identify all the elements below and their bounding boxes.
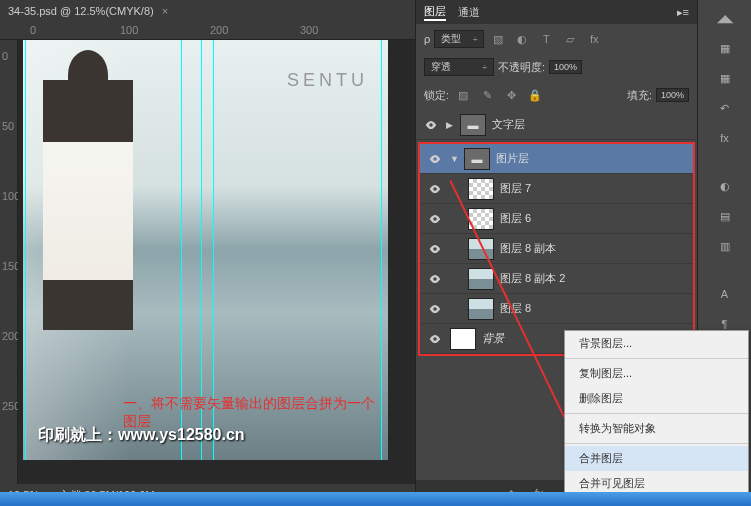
close-icon[interactable]: ×	[162, 5, 168, 17]
swatches-icon[interactable]: ▦	[705, 36, 745, 60]
photo-figure	[43, 80, 133, 330]
layer-thumbnail	[468, 298, 494, 320]
lock-label: 锁定:	[424, 88, 449, 103]
adjust-icon[interactable]: ◐	[705, 174, 745, 198]
layer-thumbnail	[468, 238, 494, 260]
color-icon[interactable]: ◢◣	[705, 6, 745, 30]
opacity-label: 不透明度:	[498, 60, 545, 75]
document-tab[interactable]: 34-35.psd @ 12.5%(CMYK/8) ×	[0, 0, 415, 22]
visibility-eye-icon[interactable]	[420, 182, 450, 196]
layer-name[interactable]: 图层 8 副本 2	[500, 271, 565, 286]
visibility-eye-icon[interactable]	[420, 272, 450, 286]
grid-icon[interactable]: ▦	[705, 66, 745, 90]
doc-heading: SENTU	[287, 70, 368, 91]
layer-row[interactable]: 图层 8 副本	[420, 234, 693, 264]
layer-name[interactable]: 图片层	[496, 151, 529, 166]
fill-label: 填充:	[627, 88, 652, 103]
visibility-eye-icon[interactable]	[420, 152, 450, 166]
layer-row[interactable]: ▼▬图片层	[420, 144, 693, 174]
visibility-eye-icon[interactable]	[420, 302, 450, 316]
filter-text-icon[interactable]: T	[536, 30, 556, 48]
layer-row[interactable]: ▶▬文字层	[416, 110, 697, 140]
layer-name[interactable]: 图层 7	[500, 181, 531, 196]
vertical-ruler: 0 50 100 150 200 250	[0, 40, 18, 484]
panel-menu-icon[interactable]: ▸≡	[677, 6, 689, 19]
visibility-eye-icon[interactable]	[420, 212, 450, 226]
canvas[interactable]: SENTU 一、将不需要矢量输出的图层合拼为一个图层 印刷就上：www.ys12…	[18, 40, 415, 484]
tab-channels[interactable]: 通道	[458, 5, 480, 20]
visibility-eye-icon[interactable]	[416, 118, 446, 132]
layer-row[interactable]: 图层 8	[420, 294, 693, 324]
tab-layers[interactable]: 图层	[424, 4, 446, 21]
layer-thumbnail	[468, 178, 494, 200]
lock-all-icon[interactable]: 🔒	[525, 86, 545, 104]
menu-item[interactable]: 删除图层	[565, 386, 748, 411]
horizontal-ruler: 0 100 200 300	[0, 22, 415, 40]
layer-name[interactable]: 图层 6	[500, 211, 531, 226]
document-preview: SENTU 一、将不需要矢量输出的图层合拼为一个图层 印刷就上：www.ys12…	[23, 40, 388, 460]
menu-item[interactable]: 背景图层...	[565, 331, 748, 356]
filter-kind-dropdown[interactable]: 类型	[434, 30, 484, 48]
styles-icon[interactable]: ▤	[705, 204, 745, 228]
layer-row[interactable]: 图层 6	[420, 204, 693, 234]
fx-icon[interactable]: fx	[705, 126, 745, 150]
layer-context-menu: 背景图层...复制图层...删除图层转换为智能对象合并图层合并可见图层拼合图像	[564, 330, 749, 506]
filter-image-icon[interactable]: ▧	[488, 30, 508, 48]
menu-item[interactable]: 转换为智能对象	[565, 416, 748, 441]
blend-mode-dropdown[interactable]: 穿透	[424, 58, 494, 76]
lock-paint-icon[interactable]: ✎	[477, 86, 497, 104]
lock-pos-icon[interactable]: ✥	[501, 86, 521, 104]
layer-thumbnail	[468, 268, 494, 290]
layers-icon[interactable]: ▥	[705, 234, 745, 258]
filter-adjust-icon[interactable]: ◐	[512, 30, 532, 48]
menu-item[interactable]: 合并图层	[565, 446, 748, 471]
watermark: 印刷就上：www.ys12580.cn	[38, 425, 245, 446]
layer-row[interactable]: 图层 8 副本 2	[420, 264, 693, 294]
visibility-eye-icon[interactable]	[420, 242, 450, 256]
filter-smart-icon[interactable]: fx	[584, 30, 604, 48]
menu-item[interactable]: 复制图层...	[565, 361, 748, 386]
fill-value[interactable]: 100%	[656, 88, 689, 102]
opacity-value[interactable]: 100%	[549, 60, 582, 74]
history-icon[interactable]: ↶	[705, 96, 745, 120]
layer-thumbnail	[450, 328, 476, 350]
layer-name[interactable]: 图层 8	[500, 301, 531, 316]
folder-icon: ▬	[464, 148, 490, 170]
taskbar[interactable]	[0, 492, 751, 506]
layer-name[interactable]: 文字层	[492, 117, 525, 132]
layer-row[interactable]: 图层 7	[420, 174, 693, 204]
filter-shape-icon[interactable]: ▱	[560, 30, 580, 48]
visibility-eye-icon[interactable]	[420, 332, 450, 346]
layer-thumbnail	[468, 208, 494, 230]
twisty-icon[interactable]: ▶	[446, 120, 460, 130]
character-icon[interactable]: A	[705, 282, 745, 306]
layer-name[interactable]: 图层 8 副本	[500, 241, 556, 256]
lock-trans-icon[interactable]: ▨	[453, 86, 473, 104]
folder-icon: ▬	[460, 114, 486, 136]
tab-title: 34-35.psd @ 12.5%(CMYK/8)	[8, 5, 154, 17]
twisty-icon[interactable]: ▼	[450, 154, 464, 164]
layer-name[interactable]: 背景	[482, 331, 504, 346]
